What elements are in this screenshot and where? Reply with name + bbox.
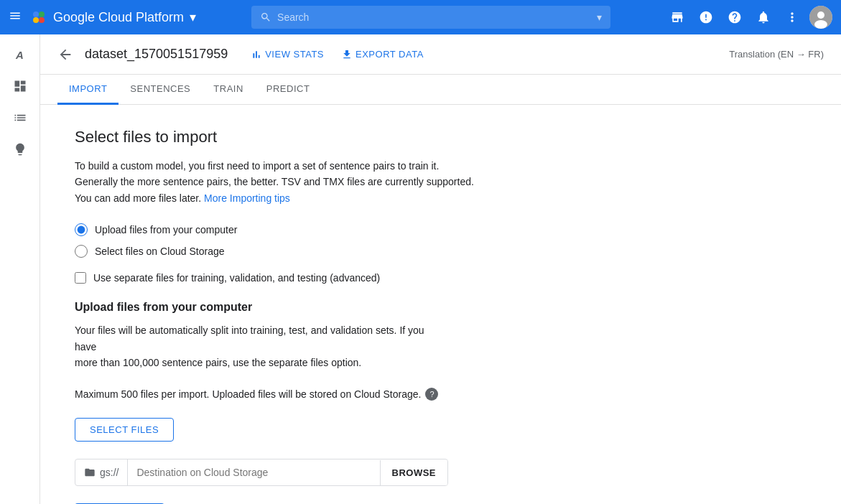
sidebar-item-list[interactable]	[6, 103, 34, 132]
radio-cloud-storage[interactable]: Select files on Cloud Storage	[75, 245, 669, 258]
help-icon[interactable]	[723, 6, 746, 29]
content-area: Select files to import To build a custom…	[40, 105, 687, 504]
tab-train[interactable]: TRAIN	[202, 75, 255, 105]
gs-prefix-text: gs://	[100, 467, 119, 478]
back-button[interactable]	[57, 47, 73, 62]
dataset-title: dataset_1570051517959	[85, 47, 228, 62]
tab-predict[interactable]: PREDICT	[255, 75, 322, 105]
checkbox-separate-files-label: Use separate files for training, validat…	[93, 272, 380, 284]
radio-cloud-storage-input[interactable]	[75, 245, 88, 258]
description: To build a custom model, you first need …	[75, 158, 477, 206]
folder-icon	[84, 467, 96, 478]
view-stats-link[interactable]: VIEW STATS	[251, 49, 324, 60]
export-icon	[341, 49, 353, 60]
header-icons	[666, 6, 832, 29]
list-icon	[13, 111, 27, 125]
svg-point-2	[33, 17, 39, 23]
description-line1: To build a custom model, you first need …	[75, 160, 439, 172]
importing-tips-link[interactable]: More Importing tips	[204, 192, 290, 204]
radio-cloud-storage-label: Select files on Cloud Storage	[95, 246, 225, 257]
radio-upload-computer-input[interactable]	[75, 223, 88, 236]
dashboard-icon	[13, 79, 27, 93]
header-actions: VIEW STATS EXPORT DATA	[251, 49, 424, 60]
search-icon	[260, 11, 271, 23]
sub-header: dataset_1570051517959 VIEW STATS EXPORT …	[40, 34, 841, 75]
radio-upload-computer-label: Upload files from your computer	[95, 224, 237, 235]
radio-group: Upload files from your computer Select f…	[75, 223, 669, 258]
gcp-logo	[30, 9, 47, 26]
app-title-text: Google Cloud Platform	[53, 10, 184, 25]
tab-import[interactable]: IMPORT	[57, 75, 119, 105]
upload-section: Upload files from your computer Your fil…	[75, 301, 669, 504]
left-sidebar: A	[0, 34, 40, 504]
more-vert-icon[interactable]	[781, 6, 804, 29]
checkbox-separate-files[interactable]: Use separate files for training, validat…	[75, 272, 669, 284]
upload-section-title: Upload files from your computer	[75, 301, 669, 314]
svg-point-5	[817, 11, 824, 19]
translate-icon: A	[16, 49, 24, 61]
help-circle-icon[interactable]: ?	[425, 388, 438, 401]
max-files-info: Maximum 500 files per import. Uploaded f…	[75, 388, 669, 401]
tabs: IMPORT SENTENCES TRAIN PREDICT	[40, 75, 841, 105]
search-dropdown-icon[interactable]: ▾	[597, 11, 602, 23]
svg-point-1	[39, 11, 45, 17]
hamburger-icon[interactable]	[9, 9, 22, 26]
search-bar: ▾	[251, 6, 610, 29]
top-header: Google Cloud Platform ▾ ▾	[0, 0, 841, 34]
cloud-storage-row: gs:// BROWSE	[75, 459, 448, 486]
grid-icon[interactable]	[666, 6, 689, 29]
svg-point-6	[814, 20, 827, 29]
sidebar-item-dashboard[interactable]	[6, 72, 34, 101]
max-files-text: Maximum 500 files per import. Uploaded f…	[75, 388, 421, 400]
translation-label: Translation (EN → FR)	[729, 49, 824, 60]
alert-icon[interactable]	[694, 6, 717, 29]
sidebar-item-translate[interactable]: A	[6, 40, 34, 69]
export-data-link[interactable]: EXPORT DATA	[341, 49, 424, 60]
description-line3-prefix: You can add more files later.	[75, 192, 201, 204]
lightbulb-icon	[13, 142, 27, 157]
cloud-storage-input[interactable]	[128, 459, 379, 485]
main-container: dataset_1570051517959 VIEW STATS EXPORT …	[40, 34, 841, 504]
browse-button[interactable]: BROWSE	[380, 460, 448, 485]
description-line2: Generally the more sentence pairs, the b…	[75, 176, 474, 187]
avatar[interactable]	[809, 6, 832, 29]
upload-description: Your files will be automatically split i…	[75, 322, 448, 370]
svg-point-0	[33, 11, 39, 17]
app-title: Google Cloud Platform ▾	[30, 9, 196, 26]
svg-point-3	[39, 17, 45, 23]
section-title: Select files to import	[75, 128, 669, 146]
bell-icon[interactable]	[752, 6, 775, 29]
search-input[interactable]	[277, 11, 591, 23]
upload-desc-line1: Your files will be automatically split i…	[75, 325, 424, 352]
upload-desc-line2: more than 100,000 sentence pairs, use th…	[75, 357, 361, 368]
sidebar-item-lightbulb[interactable]	[6, 135, 34, 164]
radio-upload-computer[interactable]: Upload files from your computer	[75, 223, 669, 236]
checkbox-separate-files-input[interactable]	[75, 272, 86, 284]
bar-chart-icon	[251, 49, 262, 60]
select-files-button[interactable]: SELECT FILES	[75, 418, 174, 442]
cloud-prefix: gs://	[75, 459, 128, 485]
title-dropdown-icon[interactable]: ▾	[190, 9, 196, 25]
tab-sentences[interactable]: SENTENCES	[119, 75, 202, 105]
